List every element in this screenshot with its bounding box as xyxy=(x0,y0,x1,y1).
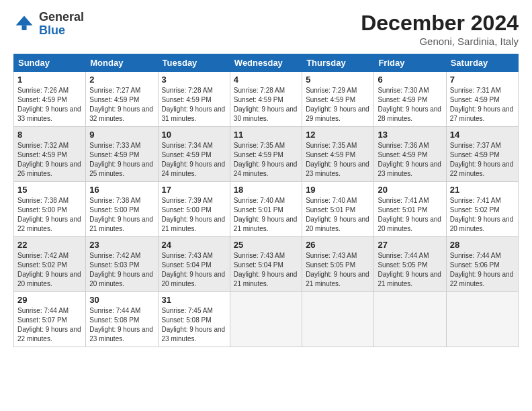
table-cell: 24Sunrise: 7:43 AMSunset: 5:04 PMDayligh… xyxy=(158,237,230,292)
day-number: 11 xyxy=(234,130,298,140)
day-info: Sunrise: 7:29 AMSunset: 4:59 PMDaylight:… xyxy=(306,86,370,124)
table-cell: 25Sunrise: 7:43 AMSunset: 5:04 PMDayligh… xyxy=(230,237,302,292)
day-info: Sunrise: 7:41 AMSunset: 5:01 PMDaylight:… xyxy=(378,196,442,234)
svg-marker-0 xyxy=(16,15,33,25)
day-info: Sunrise: 7:35 AMSunset: 4:59 PMDaylight:… xyxy=(234,141,298,179)
month-title: December 2024 xyxy=(361,11,519,36)
table-cell: 13Sunrise: 7:36 AMSunset: 4:59 PMDayligh… xyxy=(374,127,446,182)
day-number: 21 xyxy=(450,185,515,195)
table-cell: 11Sunrise: 7:35 AMSunset: 4:59 PMDayligh… xyxy=(230,127,302,182)
table-cell: 21Sunrise: 7:41 AMSunset: 5:02 PMDayligh… xyxy=(446,182,518,237)
header-friday: Friday xyxy=(374,54,446,72)
day-info: Sunrise: 7:28 AMSunset: 4:59 PMDaylight:… xyxy=(162,86,226,124)
day-number: 22 xyxy=(17,240,82,250)
day-info: Sunrise: 7:37 AMSunset: 4:59 PMDaylight:… xyxy=(450,141,515,179)
day-number: 14 xyxy=(450,130,515,140)
table-cell: 7Sunrise: 7:31 AMSunset: 4:59 PMDaylight… xyxy=(446,72,518,127)
day-info: Sunrise: 7:32 AMSunset: 4:59 PMDaylight:… xyxy=(17,141,82,179)
table-cell: 1Sunrise: 7:26 AMSunset: 4:59 PMDaylight… xyxy=(14,72,86,127)
day-number: 30 xyxy=(89,295,154,305)
calendar-page: General Blue December 2024 Genoni, Sardi… xyxy=(0,0,532,411)
day-info: Sunrise: 7:28 AMSunset: 4:59 PMDaylight:… xyxy=(234,86,298,124)
logo-icon xyxy=(13,13,35,35)
day-number: 15 xyxy=(17,185,82,195)
day-number: 7 xyxy=(450,75,515,85)
table-cell: 9Sunrise: 7:33 AMSunset: 4:59 PMDaylight… xyxy=(86,127,158,182)
table-cell: 20Sunrise: 7:41 AMSunset: 5:01 PMDayligh… xyxy=(374,182,446,237)
day-number: 19 xyxy=(306,185,370,195)
day-number: 16 xyxy=(89,185,154,195)
logo: General Blue xyxy=(13,11,84,38)
day-info: Sunrise: 7:27 AMSunset: 4:59 PMDaylight:… xyxy=(89,86,154,124)
day-info: Sunrise: 7:43 AMSunset: 5:04 PMDaylight:… xyxy=(162,251,226,289)
table-cell: 12Sunrise: 7:35 AMSunset: 4:59 PMDayligh… xyxy=(302,127,374,182)
day-number: 12 xyxy=(306,130,370,140)
day-number: 9 xyxy=(89,130,154,140)
table-cell: 10Sunrise: 7:34 AMSunset: 4:59 PMDayligh… xyxy=(158,127,230,182)
table-cell: 15Sunrise: 7:38 AMSunset: 5:00 PMDayligh… xyxy=(14,182,86,237)
day-number: 20 xyxy=(378,185,442,195)
day-number: 6 xyxy=(378,75,442,85)
calendar-table: Sunday Monday Tuesday Wednesday Thursday… xyxy=(13,54,519,347)
table-cell xyxy=(302,292,374,347)
table-cell: 17Sunrise: 7:39 AMSunset: 5:00 PMDayligh… xyxy=(158,182,230,237)
day-number: 26 xyxy=(306,240,370,250)
table-cell: 22Sunrise: 7:42 AMSunset: 5:02 PMDayligh… xyxy=(14,237,86,292)
table-row: 22Sunrise: 7:42 AMSunset: 5:02 PMDayligh… xyxy=(14,237,519,292)
table-cell: 19Sunrise: 7:40 AMSunset: 5:01 PMDayligh… xyxy=(302,182,374,237)
day-number: 23 xyxy=(89,240,154,250)
header: General Blue December 2024 Genoni, Sardi… xyxy=(13,11,519,47)
day-number: 1 xyxy=(17,75,82,85)
table-cell: 6Sunrise: 7:30 AMSunset: 4:59 PMDaylight… xyxy=(374,72,446,127)
table-cell xyxy=(446,292,518,347)
table-row: 8Sunrise: 7:32 AMSunset: 4:59 PMDaylight… xyxy=(14,127,519,182)
day-info: Sunrise: 7:43 AMSunset: 5:05 PMDaylight:… xyxy=(306,251,370,289)
table-cell xyxy=(374,292,446,347)
day-number: 10 xyxy=(162,130,226,140)
day-number: 8 xyxy=(17,130,82,140)
day-info: Sunrise: 7:26 AMSunset: 4:59 PMDaylight:… xyxy=(17,86,82,124)
day-info: Sunrise: 7:35 AMSunset: 4:59 PMDaylight:… xyxy=(306,141,370,179)
day-info: Sunrise: 7:44 AMSunset: 5:05 PMDaylight:… xyxy=(378,251,442,289)
day-info: Sunrise: 7:38 AMSunset: 5:00 PMDaylight:… xyxy=(89,196,154,234)
table-row: 15Sunrise: 7:38 AMSunset: 5:00 PMDayligh… xyxy=(14,182,519,237)
logo-blue-text: Blue xyxy=(39,24,84,38)
day-info: Sunrise: 7:45 AMSunset: 5:08 PMDaylight:… xyxy=(162,306,226,344)
table-row: 29Sunrise: 7:44 AMSunset: 5:07 PMDayligh… xyxy=(14,292,519,347)
header-monday: Monday xyxy=(86,54,158,72)
title-area: December 2024 Genoni, Sardinia, Italy xyxy=(361,11,519,47)
table-cell: 16Sunrise: 7:38 AMSunset: 5:00 PMDayligh… xyxy=(86,182,158,237)
location: Genoni, Sardinia, Italy xyxy=(361,36,519,47)
day-info: Sunrise: 7:42 AMSunset: 5:02 PMDaylight:… xyxy=(17,251,82,289)
day-number: 4 xyxy=(234,75,298,85)
day-number: 18 xyxy=(234,185,298,195)
day-info: Sunrise: 7:36 AMSunset: 4:59 PMDaylight:… xyxy=(378,141,442,179)
table-cell: 3Sunrise: 7:28 AMSunset: 4:59 PMDaylight… xyxy=(158,72,230,127)
table-cell: 26Sunrise: 7:43 AMSunset: 5:05 PMDayligh… xyxy=(302,237,374,292)
header-tuesday: Tuesday xyxy=(158,54,230,72)
logo-general-text: General xyxy=(39,11,84,24)
day-number: 24 xyxy=(162,240,226,250)
header-sunday: Sunday xyxy=(14,54,86,72)
day-info: Sunrise: 7:40 AMSunset: 5:01 PMDaylight:… xyxy=(234,196,298,234)
table-cell: 28Sunrise: 7:44 AMSunset: 5:06 PMDayligh… xyxy=(446,237,518,292)
day-info: Sunrise: 7:44 AMSunset: 5:07 PMDaylight:… xyxy=(17,306,82,344)
day-info: Sunrise: 7:43 AMSunset: 5:04 PMDaylight:… xyxy=(234,251,298,289)
weekday-header-row: Sunday Monday Tuesday Wednesday Thursday… xyxy=(14,54,519,72)
day-number: 13 xyxy=(378,130,442,140)
day-info: Sunrise: 7:44 AMSunset: 5:08 PMDaylight:… xyxy=(89,306,154,344)
header-thursday: Thursday xyxy=(302,54,374,72)
day-number: 27 xyxy=(378,240,442,250)
day-info: Sunrise: 7:42 AMSunset: 5:03 PMDaylight:… xyxy=(89,251,154,289)
day-number: 28 xyxy=(450,240,515,250)
table-cell: 4Sunrise: 7:28 AMSunset: 4:59 PMDaylight… xyxy=(230,72,302,127)
table-cell: 30Sunrise: 7:44 AMSunset: 5:08 PMDayligh… xyxy=(86,292,158,347)
day-info: Sunrise: 7:33 AMSunset: 4:59 PMDaylight:… xyxy=(89,141,154,179)
svg-rect-1 xyxy=(21,26,26,30)
table-cell: 18Sunrise: 7:40 AMSunset: 5:01 PMDayligh… xyxy=(230,182,302,237)
table-cell: 23Sunrise: 7:42 AMSunset: 5:03 PMDayligh… xyxy=(86,237,158,292)
day-number: 29 xyxy=(17,295,82,305)
day-info: Sunrise: 7:39 AMSunset: 5:00 PMDaylight:… xyxy=(162,196,226,234)
day-info: Sunrise: 7:40 AMSunset: 5:01 PMDaylight:… xyxy=(306,196,370,234)
table-row: 1Sunrise: 7:26 AMSunset: 4:59 PMDaylight… xyxy=(14,72,519,127)
